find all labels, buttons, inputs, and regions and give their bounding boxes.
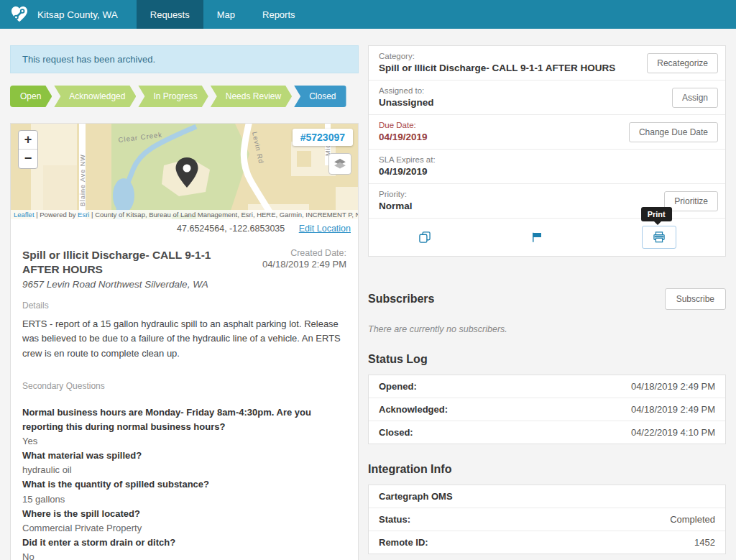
question: What is the quantity of spilled substanc… — [22, 477, 346, 492]
subscribers-empty-text: There are currently no subscribers. — [368, 324, 726, 334]
status-pipeline: Open Acknowledged In Progress Needs Revi… — [10, 86, 359, 107]
question: Normal business hours are Monday- Friday… — [22, 405, 346, 434]
log-row-closed: Closed: 04/22/2019 4:10 PM — [369, 421, 725, 444]
question: What material was spilled? — [22, 449, 346, 463]
answer: Yes — [22, 434, 346, 449]
map-label-blaine-ave: Blaine Ave NW — [79, 154, 86, 206]
stage-acknowledged[interactable]: Acknowledged — [54, 86, 136, 107]
archived-banner: This request has been archived. — [10, 45, 359, 73]
leaflet-link[interactable]: Leaflet — [14, 211, 34, 219]
actions-row: Print — [369, 219, 725, 256]
map-canvas[interactable]: Clear Creek Levin Rd Blaine Ave NW Mic +… — [11, 124, 358, 219]
answer: 15 gallons — [22, 492, 346, 507]
print-tooltip: Print — [641, 207, 672, 221]
duplicate-icon — [418, 230, 432, 244]
details-text: ERTS - report of a 15 gallon hydraulic s… — [22, 317, 346, 360]
request-id-badge: #5723097 — [293, 129, 353, 146]
category-row: Category: Spill or Illicit Discharge- CA… — [369, 46, 725, 81]
status-log-heading: Status Log — [368, 353, 428, 366]
integration-info-box: Cartegraph OMS Status: Completed Remote … — [368, 485, 726, 554]
stage-needs-review[interactable]: Needs Review — [211, 86, 292, 107]
integration-row-remote-id: Remote ID: 1452 — [369, 531, 725, 554]
flag-button[interactable] — [530, 231, 543, 244]
zoom-in-button[interactable]: + — [19, 131, 37, 150]
log-row-opened: Opened: 04/18/2019 2:49 PM — [369, 375, 725, 398]
coordinates-row: 47.6524564, -122.6853035 Edit Location — [11, 219, 358, 238]
top-nav: Kitsap County, WA Requests Map Reports — [0, 0, 736, 29]
integration-row-system: Cartegraph OMS — [369, 485, 725, 508]
map-attribution: Leaflet | Powered by Esri | County of Ki… — [11, 210, 358, 219]
print-icon — [652, 230, 666, 244]
brand-title: Kitsap County, WA — [37, 0, 137, 29]
app-logo-heart-wrench-icon — [0, 0, 37, 29]
integration-row-status: Status: Completed — [369, 508, 725, 531]
question: Did it enter a storm drain or ditch? — [22, 536, 346, 550]
sla-row: SLA Expires at: 04/19/2019 — [369, 150, 725, 184]
answer: hydraulic oil — [22, 463, 346, 477]
zoom-out-button[interactable]: − — [19, 150, 37, 168]
print-button-wrapper: Print — [642, 226, 676, 249]
secondary-questions-label: Secondary Questions — [22, 381, 346, 391]
esri-link[interactable]: Esri — [78, 211, 89, 219]
assign-button[interactable]: Assign — [672, 88, 718, 108]
nav-tab-requests[interactable]: Requests — [137, 0, 203, 29]
flag-icon — [530, 231, 543, 244]
questions-answers: Normal business hours are Monday- Friday… — [22, 405, 346, 560]
stage-in-progress[interactable]: In Progress — [138, 86, 208, 107]
edit-location-link[interactable]: Edit Location — [299, 224, 351, 234]
nav-tab-reports[interactable]: Reports — [249, 0, 309, 29]
integration-info-heading: Integration Info — [368, 463, 451, 476]
details-label: Details — [22, 300, 346, 311]
subscribers-heading: Subscribers — [368, 293, 434, 306]
request-card: Clear Creek Levin Rd Blaine Ave NW Mic +… — [10, 123, 359, 560]
log-row-acknowledged: Acknowledged: 04/18/2019 2:49 PM — [369, 398, 725, 421]
change-due-date-button[interactable]: Change Due Date — [629, 122, 718, 142]
request-address: 9657 Levin Road Northwest Silverdale, WA — [22, 279, 346, 290]
question: Where is the spill located? — [22, 507, 346, 521]
stage-closed[interactable]: Closed — [294, 86, 346, 107]
created-date: Created Date: 04/18/2019 2:49 PM — [262, 248, 346, 277]
coordinates-value: 47.6524564, -122.6853035 — [177, 224, 285, 234]
request-meta-panel: Category: Spill or Illicit Discharge- CA… — [368, 45, 726, 257]
answer: No — [22, 550, 346, 560]
map-zoom-control: + − — [18, 130, 38, 169]
status-log-box: Opened: 04/18/2019 2:49 PM Acknowledged:… — [368, 375, 726, 444]
stage-open[interactable]: Open — [10, 86, 52, 107]
answer: Commercial Private Property — [22, 521, 346, 536]
assigned-row: Assigned to: Unassigned Assign — [369, 81, 725, 115]
layers-button[interactable] — [328, 153, 351, 175]
subscribe-button[interactable]: Subscribe — [665, 288, 726, 310]
request-title: Spill or Illicit Discharge- CALL 9-1-1 A… — [22, 248, 238, 277]
due-date-row: Due Date: 04/19/2019 Change Due Date — [369, 115, 725, 150]
recategorize-button[interactable]: Recategorize — [647, 53, 718, 73]
layers-icon — [333, 157, 347, 170]
duplicate-button[interactable] — [418, 230, 432, 244]
nav-tab-map[interactable]: Map — [203, 0, 249, 29]
prioritize-button[interactable]: Prioritize — [664, 191, 718, 211]
print-button[interactable] — [642, 226, 676, 249]
